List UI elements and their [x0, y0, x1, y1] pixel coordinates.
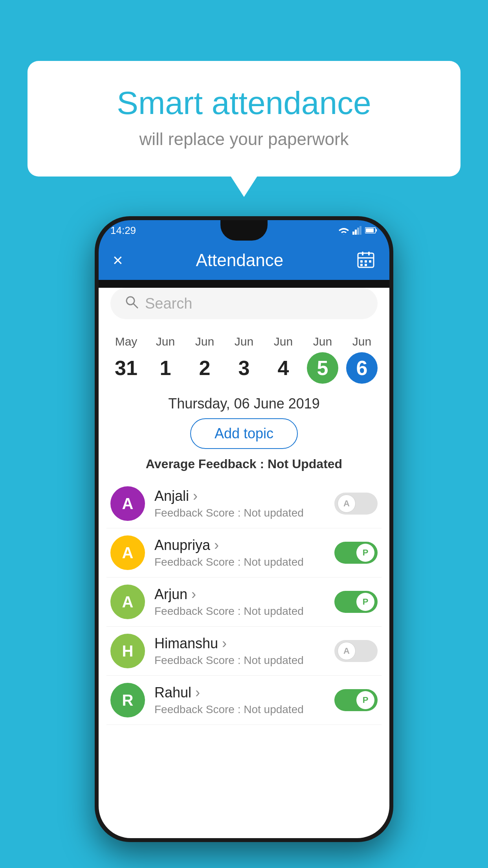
calendar-day[interactable]: May31 [110, 335, 142, 384]
cal-month: Jun [235, 335, 253, 348]
calendar-day[interactable]: Jun2 [189, 335, 220, 384]
student-feedback: Feedback Score : Not updated [154, 654, 325, 667]
svg-rect-2 [357, 228, 359, 235]
search-svg [125, 295, 139, 309]
student-feedback: Feedback Score : Not updated [154, 605, 325, 618]
student-item[interactable]: AAnupriyaFeedback Score : Not updatedP [106, 528, 382, 577]
student-info: RahulFeedback Score : Not updated [154, 684, 325, 716]
phone-outer: 14:29 [95, 216, 393, 842]
cal-month: Jun [352, 335, 371, 348]
phone-wrapper: 14:29 [95, 216, 393, 842]
search-icon [125, 295, 139, 313]
app-bar: × Attendance [99, 241, 389, 280]
svg-rect-1 [355, 230, 357, 235]
student-avatar: A [110, 535, 145, 570]
date-display: Thursday, 06 June 2019 [99, 395, 389, 412]
cal-num: 1 [150, 352, 181, 384]
status-icons [338, 226, 378, 235]
student-info: ArjunFeedback Score : Not updated [154, 586, 325, 618]
svg-rect-5 [376, 229, 377, 232]
cal-month: Jun [156, 335, 175, 348]
svg-rect-14 [360, 264, 363, 266]
student-feedback: Feedback Score : Not updated [154, 556, 325, 568]
svg-rect-9 [362, 252, 363, 256]
student-name: Anjali [154, 488, 325, 504]
svg-rect-10 [368, 252, 370, 256]
attendance-toggle[interactable]: P [334, 689, 378, 711]
svg-rect-12 [365, 260, 367, 263]
cal-num: 6 [346, 352, 378, 384]
svg-rect-13 [369, 260, 371, 263]
calendar-day[interactable]: Jun5 [307, 335, 338, 384]
cal-num: 5 [307, 352, 338, 384]
student-avatar: A [110, 486, 145, 521]
student-info: AnjaliFeedback Score : Not updated [154, 488, 325, 519]
phone-inner: 14:29 [99, 220, 389, 838]
search-bar[interactable]: Search [110, 288, 378, 319]
svg-rect-0 [352, 232, 354, 235]
toggle-circle: A [338, 642, 356, 660]
close-button[interactable]: × [113, 250, 123, 270]
wifi-icon [338, 226, 349, 235]
cal-month: Jun [274, 335, 293, 348]
avg-feedback: Average Feedback : Not Updated [99, 457, 389, 471]
cal-month: Jun [313, 335, 332, 348]
calendar-day[interactable]: Jun1 [150, 335, 181, 384]
student-feedback: Feedback Score : Not updated [154, 507, 325, 519]
student-name: Arjun [154, 586, 325, 603]
student-item[interactable]: HHimanshuFeedback Score : Not updatedA [106, 627, 382, 676]
student-name: Anupriya [154, 537, 325, 554]
student-avatar: R [110, 683, 145, 717]
cal-num: 31 [110, 352, 142, 384]
student-feedback: Feedback Score : Not updated [154, 703, 325, 716]
signal-icon [352, 226, 362, 235]
cal-num: 4 [268, 352, 299, 384]
attendance-toggle[interactable]: A [334, 640, 378, 662]
calendar-strip: May31Jun1Jun2Jun3Jun4Jun5Jun6 [99, 327, 389, 388]
speech-bubble-container: Smart attendance will replace your paper… [28, 61, 460, 177]
cal-num: 3 [228, 352, 260, 384]
app-bar-title: Attendance [196, 250, 284, 270]
calendar-day[interactable]: Jun6 [346, 335, 378, 384]
student-avatar: H [110, 634, 145, 668]
student-info: HimanshuFeedback Score : Not updated [154, 635, 325, 667]
attendance-toggle[interactable]: A [334, 493, 378, 515]
calendar-day[interactable]: Jun4 [268, 335, 299, 384]
student-item[interactable]: AAnjaliFeedback Score : Not updatedA [106, 479, 382, 528]
student-name: Rahul [154, 684, 325, 701]
speech-bubble: Smart attendance will replace your paper… [28, 61, 460, 177]
cal-num: 2 [189, 352, 220, 384]
svg-rect-3 [360, 226, 361, 235]
student-name: Himanshu [154, 635, 325, 652]
app-content: Search May31Jun1Jun2Jun3Jun4Jun5Jun6 Thu… [99, 288, 389, 838]
search-placeholder: Search [145, 295, 192, 312]
add-topic-button[interactable]: Add topic [190, 418, 298, 449]
svg-rect-6 [366, 228, 374, 232]
cal-month: May [115, 335, 138, 348]
bubble-subtitle: will replace your paperwork [59, 129, 429, 149]
notch [220, 220, 268, 241]
avg-feedback-label: Average Feedback : [146, 457, 268, 471]
status-bar: 14:29 [99, 220, 389, 241]
status-time: 14:29 [110, 224, 136, 237]
student-list: AAnjaliFeedback Score : Not updatedAAAnu… [99, 479, 389, 725]
toggle-circle: P [356, 544, 374, 562]
calendar-svg [356, 250, 375, 269]
attendance-toggle[interactable]: P [334, 542, 378, 564]
avg-feedback-value: Not Updated [268, 457, 342, 471]
svg-line-17 [134, 304, 138, 308]
toggle-circle: P [356, 691, 374, 709]
student-item[interactable]: AArjunFeedback Score : Not updatedP [106, 577, 382, 627]
bubble-title: Smart attendance [59, 85, 429, 121]
cal-month: Jun [195, 335, 214, 348]
battery-icon [365, 227, 378, 234]
toggle-circle: P [356, 593, 374, 611]
svg-rect-15 [365, 264, 367, 266]
student-avatar: A [110, 585, 145, 619]
student-item[interactable]: RRahulFeedback Score : Not updatedP [106, 676, 382, 725]
svg-rect-11 [360, 260, 363, 263]
toggle-circle: A [338, 495, 356, 513]
calendar-day[interactable]: Jun3 [228, 335, 260, 384]
calendar-icon[interactable] [356, 250, 375, 270]
attendance-toggle[interactable]: P [334, 591, 378, 613]
